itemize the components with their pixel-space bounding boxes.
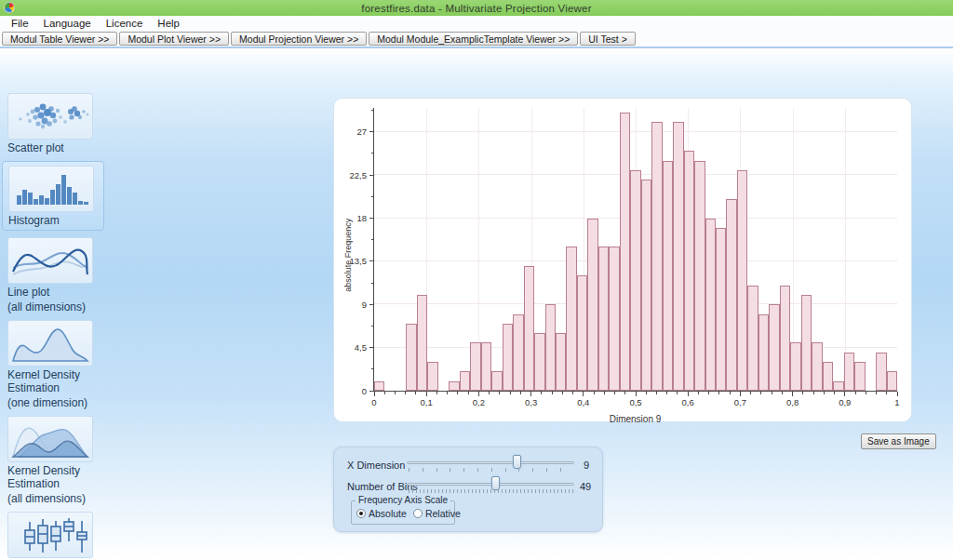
plot-type-sidebar: Scatter plot	[7, 93, 104, 560]
histogram-bar	[417, 295, 427, 391]
y-axis-tick-label: 0	[362, 386, 367, 396]
x-axis-minor-tick	[468, 392, 469, 394]
sidebar-item-scatter-plot[interactable]: Scatter plot	[7, 93, 104, 154]
plot-area: 04,5913,51822,52700,10,20,30,40,50,60,70…	[373, 108, 897, 392]
x-dimension-slider[interactable]	[407, 455, 574, 475]
x-axis-tick	[426, 392, 427, 396]
x-axis-tick-label: 0,4	[577, 397, 589, 407]
num-bins-slider-thumb[interactable]	[491, 476, 500, 490]
radio-relative[interactable]: Relative	[413, 508, 461, 519]
x-axis-minor-tick	[405, 392, 406, 394]
histogram-bar	[705, 219, 716, 391]
histogram-bar	[737, 170, 747, 391]
y-axis-tick-label: 22,5	[350, 170, 368, 180]
x-axis-label: Dimension 9	[373, 414, 897, 424]
x-axis-minor-tick	[604, 392, 605, 394]
x-dimension-slider-track[interactable]	[407, 461, 574, 464]
x-axis-minor-tick	[866, 392, 866, 394]
histogram-bar	[427, 362, 437, 391]
gridline-vertical	[845, 108, 846, 391]
radio-absolute-circle-icon[interactable]	[356, 509, 366, 518]
menu-licence[interactable]: Licence	[99, 18, 151, 29]
histogram-bar	[470, 342, 480, 391]
histogram-bar	[833, 381, 843, 391]
histogram-bar	[844, 353, 854, 391]
y-axis-tick-label: 9	[362, 300, 367, 310]
y-axis-minor-tick	[371, 326, 374, 327]
menu-help[interactable]: Help	[150, 18, 187, 29]
frequency-axis-scale-group: Frequency Axis Scale Absolute Relative	[351, 500, 455, 525]
modul-table-viewer-button[interactable]: Modul Table Viewer >>	[2, 32, 117, 46]
sidebar-item-box-plot[interactable]: Box Plot	[7, 512, 104, 560]
sidebar-item-kde-one[interactable]: Kernel Density Estimation (one dimension…	[7, 320, 104, 409]
save-as-image-button[interactable]: Save as Image	[861, 433, 936, 449]
x-axis-minor-tick	[562, 392, 563, 394]
radio-relative-label: Relative	[425, 508, 461, 519]
x-axis-minor-tick	[624, 392, 625, 394]
y-axis-minor-tick	[371, 153, 374, 153]
x-axis-tick-label: 0	[371, 397, 376, 407]
app-window: forestfires.data - Multivariate Projecti…	[0, 0, 953, 560]
menu-file[interactable]: File	[4, 18, 36, 29]
y-axis-minor-tick	[371, 239, 374, 240]
modul-projection-viewer-button[interactable]: Modul Projection Viewer >>	[231, 32, 367, 46]
y-axis-tick-label: 4,5	[355, 342, 367, 353]
radio-absolute[interactable]: Absolute	[356, 508, 407, 519]
x-axis-tick-label: 0,8	[786, 397, 799, 407]
y-axis-label: absolute Frequency	[343, 213, 353, 297]
x-axis-minor-tick	[886, 392, 887, 394]
line-plot-icon	[7, 237, 93, 284]
y-axis-minor-tick	[371, 196, 374, 197]
x-axis-tick	[636, 392, 637, 396]
histogram-bar	[769, 304, 779, 391]
x-axis-minor-tick	[760, 392, 761, 394]
x-axis-minor-tick	[855, 392, 856, 394]
histogram-bar	[780, 286, 790, 391]
y-axis-tick	[369, 218, 374, 219]
histogram-bar	[812, 342, 822, 391]
y-axis-tick	[369, 347, 374, 348]
modul-examplictemplate-viewer-button[interactable]: Modul Module_ExamplicTemplate Viewer >>	[369, 32, 578, 46]
ui-test-button[interactable]: UI Test >	[580, 32, 636, 46]
sidebar-item-label: Line plot	[7, 286, 104, 299]
menu-language[interactable]: Language	[36, 18, 99, 29]
sidebar-item-histogram[interactable]: Histogram	[2, 161, 104, 231]
num-bins-slider[interactable]	[407, 476, 574, 497]
histogram-controls-panel: X Dimension 9 Number of Bins 49 Frequenc…	[333, 447, 603, 532]
x-axis-tick-label: 0,3	[525, 397, 537, 407]
x-dimension-value: 9	[584, 460, 589, 471]
content-area: Scatter plot	[0, 50, 953, 560]
x-axis-tick	[844, 392, 845, 396]
x-dimension-slider-thumb[interactable]	[513, 455, 521, 469]
x-axis-minor-tick	[666, 392, 667, 394]
modul-plot-viewer-button[interactable]: Modul Plot Viewer >>	[119, 32, 229, 46]
frequency-axis-scale-label: Frequency Axis Scale	[356, 495, 450, 505]
x-axis-minor-tick	[395, 392, 396, 394]
histogram-bar	[651, 122, 662, 391]
x-axis-minor-tick	[415, 392, 416, 394]
x-axis-minor-tick	[698, 392, 699, 394]
radio-relative-circle-icon[interactable]	[413, 509, 423, 518]
histogram-bar	[801, 295, 812, 391]
window-title: forestfires.data - Multivariate Projecti…	[361, 3, 591, 14]
sidebar-item-kde-all[interactable]: Kernel Density Estimation (all dimension…	[7, 416, 104, 505]
histogram-bar	[790, 342, 800, 391]
module-toolbar: Modul Table Viewer >> Modul Plot Viewer …	[0, 31, 953, 48]
x-axis-minor-tick	[436, 392, 437, 394]
x-axis-tick-label: 0,2	[473, 397, 485, 407]
x-axis-tick	[374, 392, 375, 396]
x-axis-minor-tick	[457, 392, 458, 394]
histogram-bar	[374, 381, 384, 391]
sidebar-item-label: Kernel Density Estimation	[7, 368, 104, 394]
box-plot-icon	[7, 512, 93, 558]
x-axis-tick-label: 0,5	[629, 397, 641, 407]
histogram-bar	[503, 324, 513, 391]
y-axis-tick	[369, 304, 374, 305]
x-axis-minor-tick	[750, 392, 751, 394]
x-axis-tick	[583, 392, 584, 396]
app-logo-icon	[4, 2, 15, 13]
sidebar-item-line-plot[interactable]: Line plot (all dimensions)	[7, 237, 104, 313]
x-axis-tick	[740, 392, 741, 396]
histogram-bar	[663, 161, 673, 391]
num-bins-slider-ticks	[409, 489, 574, 493]
